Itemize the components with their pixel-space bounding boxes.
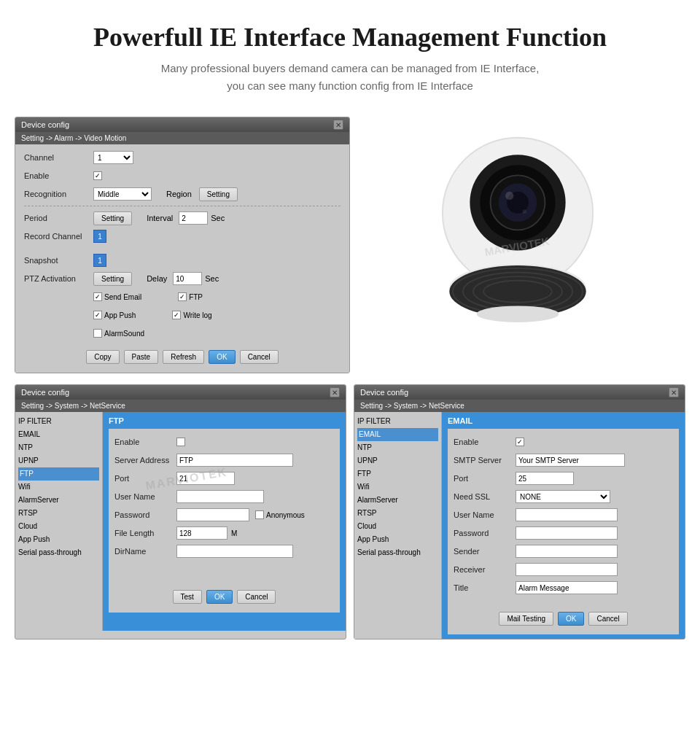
email-sidebar-wifi[interactable]: Wifi (357, 481, 438, 494)
ftp-ok-button[interactable]: OK (206, 590, 233, 604)
ftp-filelength-input[interactable] (176, 526, 228, 540)
recognition-select[interactable]: Middle (93, 187, 152, 201)
email-close-icon[interactable]: ✕ (669, 387, 679, 397)
ftp-close-icon[interactable]: ✕ (330, 387, 340, 397)
enable-checkbox[interactable] (93, 171, 102, 180)
email-enable-checkbox[interactable] (516, 438, 524, 446)
dialog-ftp-titlebar: Device config ✕ (15, 385, 346, 400)
ok-button[interactable]: OK (209, 350, 235, 364)
ftp-split: IP FILTER EMAIL NTP UPNP FTP Wifi AlarmS… (15, 412, 346, 631)
svg-point-7 (523, 209, 527, 214)
interval-input[interactable] (179, 211, 208, 225)
sidebar-item-serial[interactable]: Serial pass-through (18, 546, 99, 559)
ftp-enable-checkbox[interactable] (176, 438, 185, 446)
sidebar-item-cloud[interactable]: Cloud (18, 520, 99, 533)
email-ok-button[interactable]: OK (558, 612, 584, 626)
app-push-checkbox[interactable] (93, 311, 102, 319)
email-password-input[interactable] (516, 526, 618, 540)
email-port-row: Port (454, 471, 673, 486)
snapshot-row: Snapshot 1 (24, 253, 341, 268)
ftp-anonymous-checkbox[interactable] (255, 510, 264, 519)
email-sidebar-upnp[interactable]: UPNP (357, 454, 438, 467)
email-cancel-button[interactable]: Cancel (588, 612, 627, 626)
email-smtp-row: SMTP Server (454, 453, 673, 467)
delay-input[interactable] (173, 272, 202, 285)
email-ssl-select[interactable]: NONE (516, 490, 610, 503)
record-channel-row: Record Channel 1 (24, 229, 341, 244)
email-sidebar-rtsp[interactable]: RTSP (357, 507, 438, 520)
close-icon[interactable]: ✕ (333, 120, 343, 130)
email-title-row: Title (454, 580, 673, 595)
sidebar-item-wifi[interactable]: Wifi (18, 481, 99, 494)
ptz-row: PTZ Activation Setting Delay Sec (24, 271, 341, 286)
checkbox-row-1: Send Email FTP (24, 289, 341, 304)
sidebar-item-email[interactable]: EMAIL (18, 428, 99, 441)
recognition-row: Recognition Middle Region Setting (24, 187, 341, 201)
write-log-checkbox[interactable] (172, 311, 181, 319)
write-log-check: Write log (172, 311, 211, 319)
email-mail-testing-button[interactable]: Mail Testing (499, 612, 553, 626)
ftp-password-row: Password Anonymous (114, 508, 334, 522)
email-sidebar-alarmserver[interactable]: AlarmServer (357, 494, 438, 507)
email-sidebar-cloud[interactable]: Cloud (357, 520, 438, 533)
email-smtp-input[interactable] (516, 454, 625, 467)
channel-select[interactable]: 1 (93, 151, 133, 164)
email-sidebar-ftp[interactable]: FTP (357, 467, 438, 481)
email-split: IP FILTER EMAIL NTP UPNP FTP Wifi AlarmS… (354, 412, 685, 639)
sidebar-item-ftp[interactable]: FTP (18, 467, 99, 481)
ftp-sidebar: IP FILTER EMAIL NTP UPNP FTP Wifi AlarmS… (15, 412, 103, 631)
ftp-cancel-button[interactable]: Cancel (237, 590, 276, 604)
email-receiver-input[interactable] (516, 563, 618, 576)
sidebar-item-ntp[interactable]: NTP (18, 441, 99, 454)
email-title-input[interactable] (516, 581, 618, 594)
email-sidebar-ntp[interactable]: NTP (357, 441, 438, 454)
copy-button[interactable]: Copy (86, 350, 119, 364)
region-setting-button[interactable]: Setting (199, 187, 238, 201)
ftp-server-input[interactable] (176, 454, 293, 467)
cancel-button[interactable]: Cancel (240, 350, 279, 364)
email-sidebar-email[interactable]: EMAIL (357, 428, 438, 441)
email-receiver-row: Receiver (454, 562, 673, 577)
page-title: Powerfull IE Interface Management Functi… (44, 22, 656, 53)
alarm-sound-checkbox[interactable] (93, 329, 102, 338)
ftp-checkbox[interactable] (178, 292, 187, 301)
email-panel-title: EMAIL (448, 416, 679, 425)
dialog-content: Channel 1 Enable Recognition Middle Regi… (15, 144, 349, 373)
sidebar-item-ip-filter[interactable]: IP FILTER (18, 415, 99, 428)
dialog-titlebar: Device config ✕ (15, 117, 349, 132)
email-username-input[interactable] (516, 508, 618, 521)
ftp-password-input[interactable] (176, 508, 249, 521)
email-sidebar-ip-filter[interactable]: IP FILTER (357, 415, 438, 428)
snapshot-value: 1 (93, 254, 106, 267)
ftp-port-row: Port (114, 471, 334, 486)
send-email-checkbox[interactable] (93, 292, 102, 301)
button-bar: Copy Paste Refresh OK Cancel (24, 344, 341, 367)
ftp-dirname-row: DirName (114, 544, 334, 559)
ftp-dirname-input[interactable] (176, 545, 293, 558)
email-breadcrumb: Setting -> System -> NetService (354, 400, 685, 412)
email-port-input[interactable] (516, 472, 574, 485)
email-sidebar-apppush[interactable]: App Push (357, 533, 438, 546)
period-row: Period Setting Interval Sec (24, 211, 341, 225)
camera-image: MARVIOTEK (408, 124, 627, 343)
paste-button[interactable]: Paste (124, 350, 159, 364)
ftp-panel-content: MARVIOTEK Enable Server Address Port (109, 429, 340, 613)
sidebar-item-apppush[interactable]: App Push (18, 533, 99, 546)
enable-row: Enable (24, 168, 341, 183)
email-sender-input[interactable] (516, 545, 618, 558)
email-sidebar-serial[interactable]: Serial pass-through (357, 546, 438, 559)
email-password-row: Password (454, 526, 673, 540)
ptz-setting-button[interactable]: Setting (93, 272, 132, 286)
ftp-username-input[interactable] (176, 490, 264, 503)
sidebar-item-upnp[interactable]: UPNP (18, 454, 99, 467)
checkbox-row-3: AlarmSound (24, 326, 341, 341)
dialog-ftp: Device config ✕ Setting -> System -> Net… (15, 384, 346, 640)
svg-point-6 (505, 192, 513, 200)
period-setting-button[interactable]: Setting (93, 211, 132, 225)
refresh-button[interactable]: Refresh (163, 350, 204, 364)
sidebar-item-alarmserver[interactable]: AlarmServer (18, 494, 99, 507)
ftp-port-input[interactable] (176, 472, 235, 485)
ftp-test-button[interactable]: Test (173, 590, 202, 604)
ftp-button-bar: Test OK Cancel (114, 584, 334, 607)
sidebar-item-rtsp[interactable]: RTSP (18, 507, 99, 520)
